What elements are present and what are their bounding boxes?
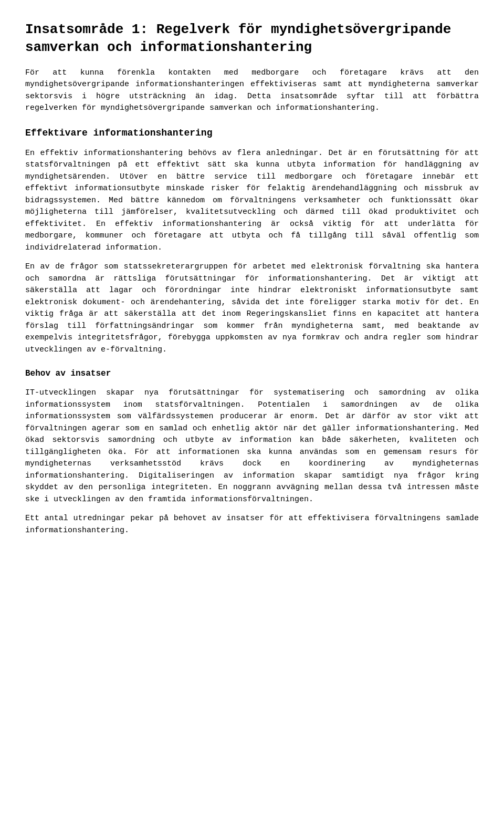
section1-heading: Effektivare informationshantering xyxy=(25,126,479,140)
page-title: Insatsområde 1: Regelverk för myndighets… xyxy=(25,21,479,57)
section1-paragraph-1: En effektiv informationshantering behövs… xyxy=(25,148,479,254)
section2-paragraph-2: Ett antal utredningar pekar på behovet a… xyxy=(25,513,479,536)
intro-paragraph: För att kunna förenkla kontakten med med… xyxy=(25,67,479,115)
section1-paragraph-2: En av de frågor som statssekreterargrupp… xyxy=(25,261,479,356)
section2-paragraph-1: IT-utvecklingen skapar nya förutsättning… xyxy=(25,387,479,505)
section2-heading: Behov av insatser xyxy=(25,367,479,380)
